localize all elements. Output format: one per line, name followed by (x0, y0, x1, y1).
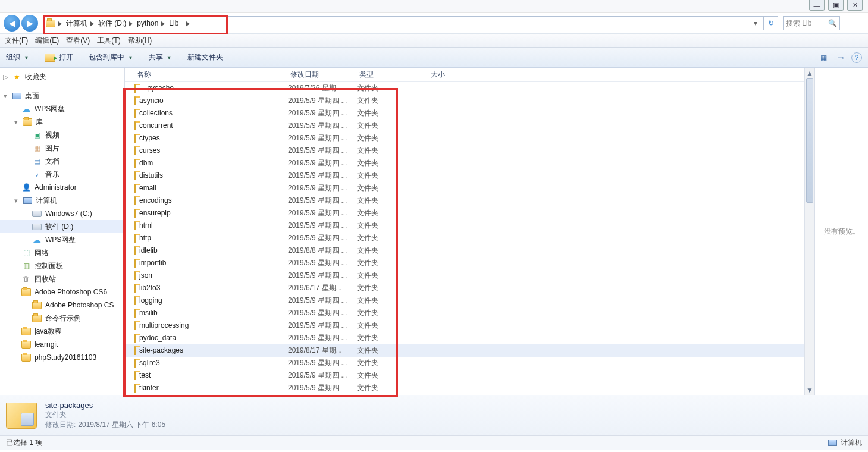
table-row[interactable]: collections2019/5/9 星期四 ...文件夹 (125, 107, 804, 120)
tree-item[interactable]: phpStudy20161103 (0, 351, 124, 364)
table-row[interactable]: email2019/5/9 星期四 ...文件夹 (125, 182, 804, 194)
preview-pane-icon[interactable]: ▭ (835, 52, 845, 63)
table-row[interactable]: tkinter2019/5/9 星期四文件夹 (125, 382, 804, 394)
table-row[interactable]: http2019/5/9 星期四 ...文件夹 (125, 232, 804, 244)
table-row[interactable]: site-packages2019/8/17 星期...文件夹 (125, 344, 804, 357)
open-button[interactable]: 打开 (45, 52, 73, 62)
table-row[interactable]: ensurepip2019/5/9 星期四 ...文件夹 (125, 207, 804, 219)
breadcrumb-seg[interactable]: Lib (169, 19, 178, 27)
close-button[interactable]: ✕ (847, 0, 863, 11)
vertical-scrollbar[interactable]: ▲ ▼ (804, 68, 814, 395)
refresh-button[interactable]: ↻ (764, 16, 778, 30)
tree-item[interactable]: ☁WPS网盘 (0, 233, 124, 246)
table-row[interactable]: pydoc_data2019/5/9 星期四 ...文件夹 (125, 332, 804, 344)
details-date-label: 修改日期: (45, 420, 76, 429)
table-row[interactable]: lib2to32019/6/17 星期...文件夹 (125, 282, 804, 294)
col-date[interactable]: 修改日期 (288, 70, 357, 80)
menu-help[interactable]: 帮助(H) (128, 36, 152, 46)
menu-edit[interactable]: 编辑(E) (35, 36, 59, 46)
tree-item[interactable]: ▷★收藏夹 (0, 70, 124, 83)
table-row[interactable]: html2019/5/9 星期四 ...文件夹 (125, 219, 804, 232)
tree-item[interactable]: ☁WPS网盘 (0, 102, 124, 115)
scroll-up-icon[interactable]: ▲ (805, 68, 814, 78)
status-selection: 已选择 1 项 (6, 438, 42, 448)
preview-pane: 没有预览。 (814, 68, 868, 395)
table-row[interactable]: distutils2019/5/9 星期四 ...文件夹 (125, 170, 804, 182)
tree-item[interactable]: ⬚网络 (0, 246, 124, 259)
tree-item[interactable]: Adobe Photoshop CS (0, 299, 124, 312)
table-row[interactable]: logging2019/5/9 星期四 ...文件夹 (125, 294, 804, 307)
tree-item[interactable]: ▾计算机 (0, 194, 124, 207)
details-name: site-packages (45, 401, 165, 410)
tree-item[interactable]: java教程 (0, 325, 124, 338)
newfolder-button[interactable]: 新建文件夹 (187, 52, 223, 62)
tree-item[interactable]: Adobe Photoshop CS6 (0, 285, 124, 299)
navigation-tree: ▷★收藏夹▾桌面☁WPS网盘▾库▣视频▦图片▤文档♪音乐👤Administrat… (0, 68, 125, 395)
scroll-thumb[interactable] (806, 78, 813, 203)
menu-tools[interactable]: 工具(T) (97, 36, 120, 46)
help-icon[interactable]: ? (851, 52, 862, 63)
back-button[interactable]: ◀ (4, 15, 20, 32)
folder-icon (46, 20, 55, 27)
tree-item[interactable]: ▦图片 (0, 142, 124, 155)
tree-item[interactable]: 🗑回收站 (0, 272, 124, 285)
tree-item[interactable]: Windows7 (C:) (0, 207, 124, 220)
address-dropdown-icon[interactable]: ▾ (750, 19, 761, 27)
menu-file[interactable]: 文件(F) (5, 36, 28, 46)
forward-button[interactable]: ▶ (21, 15, 38, 32)
table-row[interactable]: test2019/5/9 星期四 ...文件夹 (125, 369, 804, 382)
col-name[interactable]: 名称 (134, 70, 288, 80)
status-bar: 已选择 1 项 计算机 (0, 435, 868, 450)
table-row[interactable]: encodings2019/5/9 星期四 ...文件夹 (125, 194, 804, 207)
organize-button[interactable]: 组织▼ (6, 52, 29, 62)
table-row[interactable]: __pycache__2019/7/26 星期...文件夹 (125, 82, 804, 95)
status-computer[interactable]: 计算机 (841, 438, 862, 448)
search-placeholder: 搜索 Lib (786, 18, 811, 29)
tree-item[interactable]: 软件 (D:) (0, 220, 124, 233)
table-row[interactable]: msilib2019/5/9 星期四 ...文件夹 (125, 307, 804, 319)
col-type[interactable]: 类型 (357, 70, 428, 80)
tree-item[interactable]: 👤Administrator (0, 181, 124, 194)
table-row[interactable]: sqlite32019/5/9 星期四 ...文件夹 (125, 357, 804, 369)
table-row[interactable]: importlib2019/5/9 星期四 ...文件夹 (125, 257, 804, 269)
include-button[interactable]: 包含到库中▼ (89, 52, 133, 62)
share-button[interactable]: 共享▼ (149, 52, 172, 62)
breadcrumb-seg[interactable]: python (137, 19, 158, 27)
breadcrumb-seg[interactable]: 计算机 (66, 18, 87, 29)
details-pane: site-packages 文件夹 修改日期:2019/8/17 星期六 下午 … (0, 395, 868, 435)
computer-icon (828, 440, 837, 446)
search-input[interactable]: 搜索 Lib 🔍 (783, 16, 840, 30)
folder-icon (6, 403, 37, 429)
tree-item[interactable]: ▾桌面 (0, 89, 124, 102)
table-row[interactable]: multiprocessing2019/5/9 星期四 ...文件夹 (125, 319, 804, 332)
tree-item[interactable]: ▣视频 (0, 128, 124, 142)
view-options-icon[interactable]: ▦ (818, 52, 829, 63)
breadcrumb-seg[interactable]: 软件 (D:) (98, 18, 126, 29)
tree-item[interactable]: ▥控制面板 (0, 259, 124, 272)
table-row[interactable]: asyncio2019/5/9 星期四 ...文件夹 (125, 95, 804, 107)
tree-item[interactable]: ▾库 (0, 115, 124, 128)
details-type: 文件夹 (45, 410, 165, 420)
details-date-value: 2019/8/17 星期六 下午 6:05 (78, 420, 165, 429)
address-bar[interactable]: ▶计算机 ▶软件 (D:) ▶python ▶Lib▶ ▾ (43, 16, 764, 30)
open-icon (45, 54, 55, 62)
table-row[interactable]: ctypes2019/5/9 星期四 ...文件夹 (125, 132, 804, 145)
table-row[interactable]: json2019/5/9 星期四 ...文件夹 (125, 269, 804, 282)
table-row[interactable]: dbm2019/5/9 星期四 ...文件夹 (125, 157, 804, 170)
tree-item[interactable]: ♪音乐 (0, 168, 124, 181)
tree-item[interactable]: 命令行示例 (0, 312, 124, 325)
menu-bar: 文件(F) 编辑(E) 查看(V) 工具(T) 帮助(H) (0, 33, 868, 48)
table-row[interactable]: idlelib2019/8/8 星期四 ...文件夹 (125, 244, 804, 257)
minimize-button[interactable]: — (809, 0, 825, 11)
file-list: 名称 修改日期 类型 大小 __pycache__2019/7/26 星期...… (125, 68, 814, 395)
col-size[interactable]: 大小 (428, 70, 476, 80)
search-icon: 🔍 (828, 19, 837, 27)
table-row[interactable]: concurrent2019/5/9 星期四 ...文件夹 (125, 120, 804, 132)
menu-view[interactable]: 查看(V) (66, 36, 90, 46)
maximize-button[interactable]: ▣ (828, 0, 844, 11)
tree-item[interactable]: learngit (0, 338, 124, 351)
table-row[interactable]: curses2019/5/9 星期四 ...文件夹 (125, 145, 804, 157)
scroll-down-icon[interactable]: ▼ (805, 385, 814, 395)
tree-item[interactable]: ▤文档 (0, 155, 124, 168)
